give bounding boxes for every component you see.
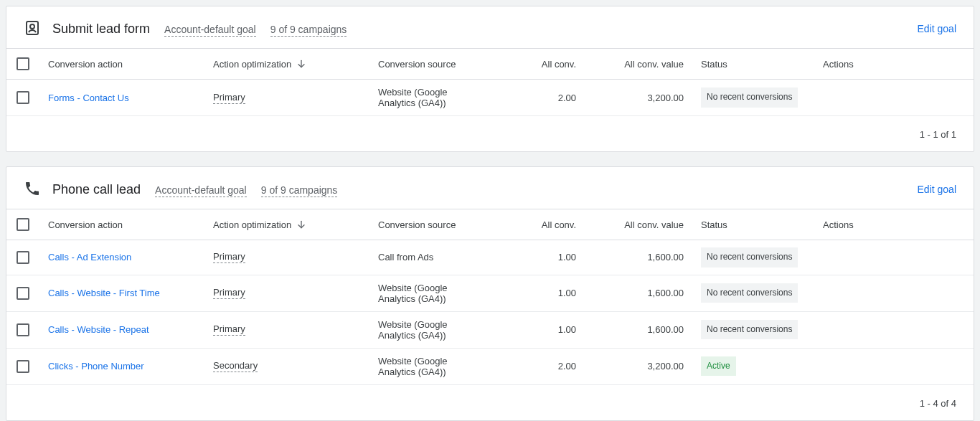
conversion-action-link[interactable]: Forms - Contact Us (48, 93, 129, 103)
col-conversion-action[interactable]: Conversion action (48, 59, 123, 70)
actions-cell (814, 240, 974, 275)
optimization-value[interactable]: Primary (213, 323, 245, 336)
campaigns-meta-link[interactable]: 9 of 9 campaigns (261, 184, 338, 197)
source-value: Call from Ads (378, 252, 433, 262)
row-checkbox[interactable] (17, 251, 29, 264)
all-conv-value-value: 1,600.00 (647, 324, 684, 335)
source-value: Website (Google Analytics (GA4)) (378, 356, 448, 377)
all-conv-value: 1.00 (558, 252, 576, 262)
conversion-action-link[interactable]: Calls - Website - First Time (48, 288, 160, 298)
all-conv-value-value: 3,200.00 (647, 361, 684, 372)
all-conv-value: 2.00 (558, 93, 576, 103)
card-footer: 1 - 4 of 4 (6, 384, 974, 420)
conversion-action-link[interactable]: Calls - Ad Extension (48, 252, 131, 262)
all-conv-value: 1.00 (558, 324, 576, 335)
optimization-value[interactable]: Primary (213, 287, 245, 299)
col-action-optimization[interactable]: Action optimization (213, 59, 291, 70)
all-conv-value: 2.00 (558, 361, 576, 372)
optimization-value[interactable]: Primary (213, 251, 245, 263)
source-value: Website (Google Analytics (GA4)) (378, 319, 448, 341)
edit-goal-button[interactable]: Edit goal (918, 23, 956, 34)
status-badge: Active (701, 356, 736, 377)
pagination-text: 1 - 4 of 4 (920, 398, 956, 409)
status-badge: No recent conversions (701, 247, 798, 268)
all-conv-value-value: 1,600.00 (647, 288, 684, 298)
col-conversion-action[interactable]: Conversion action (48, 219, 123, 230)
conversion-table: Conversion action Action optimization Co… (6, 48, 974, 115)
table-row: Calls - Ad Extension Primary Call from A… (6, 240, 974, 275)
actions-cell (814, 80, 974, 116)
actions-cell (814, 275, 974, 311)
optimization-value[interactable]: Primary (213, 92, 245, 104)
optimization-value[interactable]: Secondary (213, 360, 258, 372)
col-all-conv[interactable]: All conv. (542, 219, 576, 230)
pagination-text: 1 - 1 of 1 (920, 129, 956, 140)
col-all-conv[interactable]: All conv. (542, 59, 576, 70)
col-conversion-source[interactable]: Conversion source (378, 59, 456, 70)
conversion-action-link[interactable]: Calls - Website - Repeat (48, 324, 149, 335)
goal-card: Submit lead form Account-default goal 9 … (6, 6, 974, 152)
title-group: Phone call lead Account-default goal 9 o… (52, 182, 337, 197)
card-header-left: Phone call lead Account-default goal 9 o… (24, 181, 337, 197)
col-all-conv-value[interactable]: All conv. value (624, 219, 684, 230)
col-actions: Actions (823, 59, 854, 70)
lead-form-icon (24, 19, 41, 37)
col-conversion-source[interactable]: Conversion source (378, 219, 456, 230)
select-all-checkbox[interactable] (17, 218, 29, 231)
goal-card: Phone call lead Account-default goal 9 o… (6, 166, 974, 421)
table-header-row: Conversion action Action optimization Co… (6, 49, 974, 80)
table-row: Calls - Website - Repeat Primary Website… (6, 311, 974, 348)
goal-meta-link[interactable]: Account-default goal (164, 24, 256, 37)
row-checkbox[interactable] (17, 323, 29, 336)
table-row: Clicks - Phone Number Secondary Website … (6, 348, 974, 384)
status-badge: No recent conversions (701, 320, 798, 340)
title-group: Submit lead form Account-default goal 9 … (52, 22, 347, 37)
table-row: Forms - Contact Us Primary Website (Goog… (6, 80, 974, 116)
goal-title: Phone call lead (52, 182, 141, 197)
status-badge: No recent conversions (701, 87, 798, 108)
card-header-left: Submit lead form Account-default goal 9 … (24, 21, 347, 37)
col-status[interactable]: Status (701, 219, 727, 230)
all-conv-value: 1.00 (558, 288, 576, 298)
all-conv-value-value: 1,600.00 (647, 252, 684, 262)
table-row: Calls - Website - First Time Primary Web… (6, 275, 974, 311)
row-checkbox[interactable] (17, 287, 29, 300)
arrow-down-icon (296, 58, 307, 70)
edit-goal-button[interactable]: Edit goal (918, 184, 956, 195)
conversion-action-link[interactable]: Clicks - Phone Number (48, 361, 144, 372)
col-action-optimization[interactable]: Action optimization (213, 219, 291, 230)
conversion-table: Conversion action Action optimization Co… (6, 209, 974, 384)
card-footer: 1 - 1 of 1 (6, 115, 974, 151)
col-status[interactable]: Status (701, 59, 727, 70)
arrow-down-icon (296, 219, 307, 230)
select-all-checkbox[interactable] (17, 57, 29, 70)
all-conv-value-value: 3,200.00 (647, 93, 684, 103)
goal-meta-link[interactable]: Account-default goal (155, 184, 247, 197)
status-badge: No recent conversions (701, 283, 798, 303)
table-header-row: Conversion action Action optimization Co… (6, 209, 974, 240)
row-checkbox[interactable] (17, 91, 29, 104)
col-all-conv-value[interactable]: All conv. value (624, 59, 684, 70)
goal-title: Submit lead form (52, 22, 150, 37)
phone-icon (24, 180, 41, 197)
card-header: Phone call lead Account-default goal 9 o… (6, 167, 974, 209)
actions-cell (814, 311, 974, 348)
svg-point-1 (30, 24, 34, 29)
row-checkbox[interactable] (17, 360, 29, 373)
campaigns-meta-link[interactable]: 9 of 9 campaigns (270, 24, 347, 37)
actions-cell (814, 348, 974, 384)
source-value: Website (Google Analytics (GA4)) (378, 283, 448, 304)
card-header: Submit lead form Account-default goal 9 … (6, 6, 974, 48)
col-actions: Actions (823, 219, 854, 230)
source-value: Website (Google Analytics (GA4)) (378, 87, 448, 108)
